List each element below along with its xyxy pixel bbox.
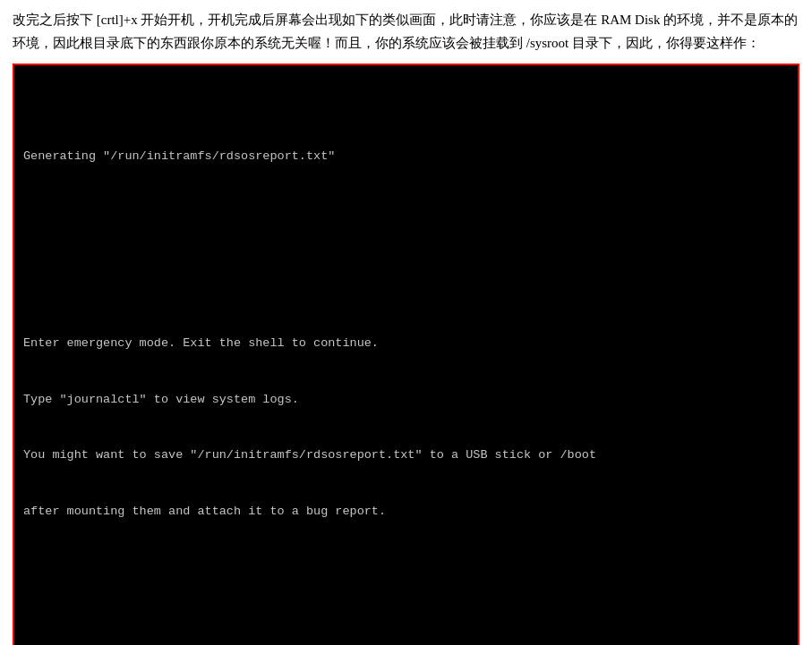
term-line-1: Generating "/run/initramfs/rdsosreport.t…: [23, 148, 789, 166]
terminal: Generating "/run/initramfs/rdsosreport.t…: [14, 65, 798, 645]
term-line-4: Type "journalctl" to view system logs.: [23, 391, 789, 410]
term-line-3: Enter emergency mode. Exit the shell to …: [23, 335, 789, 353]
term-line-empty-1: [23, 241, 789, 259]
terminal-wrapper: Generating "/run/initramfs/rdsosreport.t…: [13, 64, 799, 645]
intro-paragraph: 改完之后按下 [crtl]+x 开始开机，开机完成后屏幕会出现如下的类似画面，此…: [13, 9, 799, 55]
term-line-5: You might want to save "/run/initramfs/r…: [23, 446, 789, 465]
term-line-empty-2: [23, 597, 789, 615]
term-line-6: after mounting them and attach it to a b…: [23, 503, 789, 522]
